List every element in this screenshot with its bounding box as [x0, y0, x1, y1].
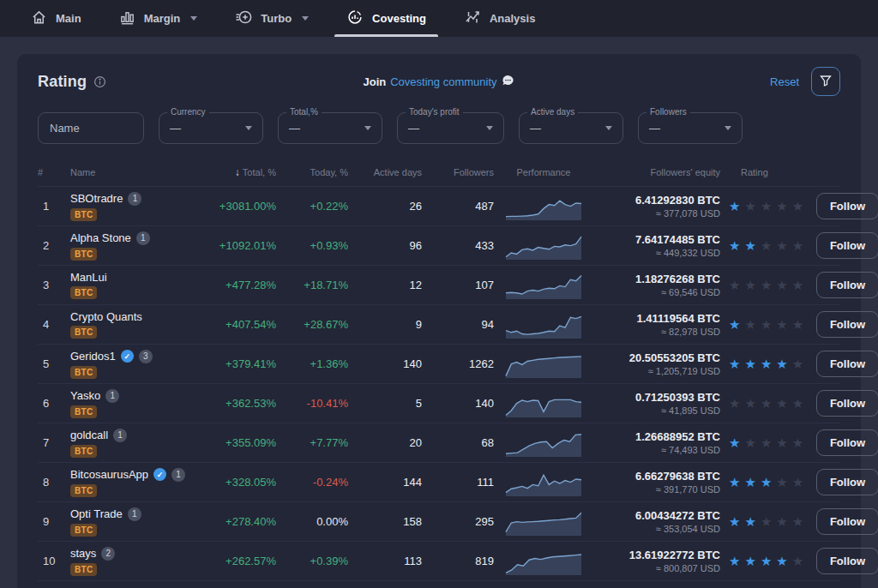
- nav-item-turbo[interactable]: Turbo: [216, 0, 328, 37]
- col-today[interactable]: Today, %: [276, 167, 348, 177]
- star-icon[interactable]: ★: [792, 318, 803, 331]
- star-icon[interactable]: ★: [744, 357, 755, 370]
- star-icon[interactable]: ★: [776, 200, 787, 213]
- star-icon[interactable]: ★: [776, 357, 787, 370]
- star-icon[interactable]: ★: [744, 279, 755, 291]
- equity-cell: 1.18276268 BTC≈ 69,546 USD: [593, 273, 720, 297]
- nav-item-main[interactable]: Main: [12, 0, 100, 37]
- star-icon[interactable]: ★: [729, 555, 740, 567]
- star-icon[interactable]: ★: [792, 476, 803, 489]
- name-cell: ManLuiBTC: [70, 271, 197, 299]
- col-total[interactable]: ↓Total, %: [197, 166, 276, 178]
- col-rank: #: [38, 167, 70, 177]
- star-icon[interactable]: ★: [792, 515, 803, 528]
- star-icon[interactable]: ★: [761, 318, 772, 331]
- star-icon[interactable]: ★: [729, 279, 740, 291]
- star-icon[interactable]: ★: [744, 397, 755, 410]
- star-icon[interactable]: ★: [729, 200, 740, 213]
- rank-number: 1: [38, 200, 70, 213]
- star-icon[interactable]: ★: [776, 318, 787, 331]
- total-filter-dropdown[interactable]: Total,% —: [278, 112, 382, 144]
- nav-item-margin[interactable]: Margin: [100, 0, 217, 37]
- star-icon[interactable]: ★: [761, 476, 772, 489]
- follow-button[interactable]: Follow: [816, 390, 878, 417]
- follow-button[interactable]: Follow: [816, 311, 878, 338]
- follow-button[interactable]: Follow: [816, 469, 878, 495]
- star-icon[interactable]: ★: [776, 515, 787, 528]
- star-icon[interactable]: ★: [776, 476, 787, 489]
- star-icon[interactable]: ★: [744, 239, 755, 252]
- star-icon[interactable]: ★: [729, 357, 740, 370]
- trader-name-link[interactable]: Alpha Stone: [70, 231, 131, 244]
- info-icon[interactable]: [93, 75, 106, 88]
- star-icon[interactable]: ★: [792, 555, 803, 567]
- reset-filters-link[interactable]: Reset: [770, 75, 799, 88]
- filter-button[interactable]: [811, 67, 840, 96]
- trader-name-link[interactable]: goldcall: [70, 429, 108, 441]
- trader-name-link[interactable]: BitcosaurusApp: [70, 468, 148, 481]
- covesting-community-link[interactable]: Covesting community: [390, 75, 496, 88]
- follow-cell: Follow: [816, 548, 878, 574]
- table-header-row: # Name ↓Total, % Today, % Active days Fo…: [38, 158, 840, 187]
- trader-name-link[interactable]: SBOtradre: [70, 192, 123, 205]
- star-icon[interactable]: ★: [792, 200, 803, 213]
- star-icon[interactable]: ★: [729, 239, 740, 252]
- todays-profit-filter-dropdown[interactable]: Today's profit —: [397, 112, 504, 144]
- star-rating: ★★★★★: [720, 279, 816, 291]
- star-icon[interactable]: ★: [776, 239, 787, 252]
- currency-filter-dropdown[interactable]: Currency —: [159, 112, 263, 144]
- star-icon[interactable]: ★: [761, 397, 772, 410]
- star-icon[interactable]: ★: [792, 357, 803, 370]
- star-icon[interactable]: ★: [744, 555, 755, 567]
- star-icon[interactable]: ★: [761, 279, 772, 291]
- star-icon[interactable]: ★: [761, 239, 772, 252]
- trader-name-link[interactable]: Opti Trade: [70, 507, 123, 520]
- star-icon[interactable]: ★: [744, 476, 755, 489]
- trader-name-link[interactable]: Geridos1: [70, 350, 116, 363]
- trader-name-link[interactable]: ManLui: [70, 271, 107, 284]
- star-icon[interactable]: ★: [744, 200, 755, 213]
- star-icon[interactable]: ★: [729, 318, 740, 331]
- star-icon[interactable]: ★: [761, 515, 772, 528]
- star-icon[interactable]: ★: [792, 436, 803, 449]
- follow-button[interactable]: Follow: [816, 508, 878, 535]
- star-icon[interactable]: ★: [761, 555, 772, 567]
- star-icon[interactable]: ★: [792, 239, 803, 252]
- total-percent: +407.54%: [197, 318, 276, 331]
- star-icon[interactable]: ★: [729, 397, 740, 410]
- active-days-filter-dropdown[interactable]: Active days —: [519, 112, 623, 144]
- today-percent: -10.41%: [276, 397, 348, 410]
- follow-button[interactable]: Follow: [816, 351, 878, 377]
- col-active-days[interactable]: Active days: [348, 167, 422, 177]
- nav-item-analysis[interactable]: Analysis: [445, 0, 554, 37]
- trader-name-link[interactable]: stays: [70, 547, 96, 560]
- dropdown-value: —: [530, 122, 541, 135]
- star-icon[interactable]: ★: [729, 515, 740, 528]
- star-icon[interactable]: ★: [729, 476, 740, 489]
- follow-button[interactable]: Follow: [816, 232, 878, 259]
- nav-item-covesting[interactable]: Covesting: [328, 0, 445, 37]
- star-icon[interactable]: ★: [792, 397, 803, 410]
- star-icon[interactable]: ★: [761, 436, 772, 449]
- follow-button[interactable]: Follow: [816, 193, 878, 219]
- name-filter-input[interactable]: [38, 112, 144, 144]
- followers-filter-dropdown[interactable]: Followers —: [638, 112, 743, 144]
- star-rating: ★★★★★: [720, 515, 816, 528]
- star-icon[interactable]: ★: [792, 279, 803, 291]
- trader-name-link[interactable]: Yasko: [70, 389, 100, 402]
- follow-button[interactable]: Follow: [816, 548, 878, 574]
- star-icon[interactable]: ★: [729, 436, 740, 449]
- star-icon[interactable]: ★: [761, 200, 772, 213]
- follow-button[interactable]: Follow: [816, 429, 878, 456]
- star-icon[interactable]: ★: [776, 279, 787, 291]
- trader-name-link[interactable]: Crypto Quants: [70, 310, 142, 323]
- star-icon[interactable]: ★: [744, 318, 755, 331]
- star-icon[interactable]: ★: [744, 436, 755, 449]
- col-followers[interactable]: Followers: [422, 167, 494, 177]
- follow-button[interactable]: Follow: [816, 272, 878, 298]
- star-icon[interactable]: ★: [776, 436, 787, 449]
- star-icon[interactable]: ★: [776, 555, 787, 567]
- star-icon[interactable]: ★: [776, 397, 787, 410]
- star-icon[interactable]: ★: [744, 515, 755, 528]
- star-icon[interactable]: ★: [761, 357, 772, 370]
